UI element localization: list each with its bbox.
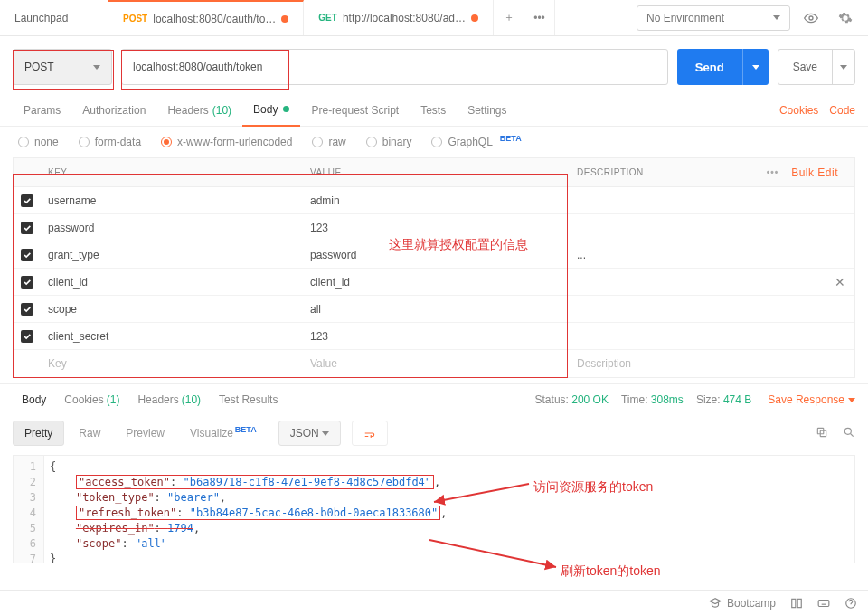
tab-headers[interactable]: Headers(10) — [156, 94, 242, 127]
chevron-down-icon — [322, 431, 329, 436]
response-tab-testresults[interactable]: Test Results — [210, 393, 287, 406]
response-tab-cookies[interactable]: Cookies(1) — [55, 393, 128, 406]
method-select[interactable]: POST — [13, 49, 112, 85]
arrow-icon — [425, 535, 561, 572]
col-value: VALUE — [303, 167, 570, 177]
time-meta: Time: 308ms — [621, 393, 684, 406]
radio-graphql[interactable]: GraphQLBETA — [431, 136, 521, 148]
cell-value[interactable]: client_id — [303, 276, 570, 289]
view-preview[interactable]: Preview — [115, 421, 175, 446]
table-row[interactable]: scopeall — [14, 296, 854, 323]
radio-icon — [161, 137, 172, 147]
checkbox[interactable] — [21, 249, 33, 261]
add-tab-button[interactable]: ＋ — [494, 0, 524, 35]
table-head: KEY VALUE DESCRIPTION ••• Bulk Edit — [14, 158, 854, 187]
bulk-edit-link[interactable]: Bulk Edit — [791, 166, 838, 179]
cookies-link[interactable]: Cookies — [779, 104, 818, 117]
response-tab-headers[interactable]: Headers(10) — [128, 393, 210, 406]
cell-key[interactable]: grant_type — [41, 249, 303, 261]
cell-value[interactable]: Value — [303, 357, 570, 370]
environment-preview-button[interactable] — [797, 5, 825, 31]
panels-button[interactable] — [790, 597, 803, 610]
chevron-down-icon — [773, 15, 780, 20]
wrap-icon — [363, 427, 376, 440]
radio-icon — [18, 137, 29, 147]
tab-label: http://localhost:8080/ad… — [343, 12, 466, 24]
tab-request-2[interactable]: GET http://localhost:8080/ad… — [304, 0, 494, 35]
tab-authorization[interactable]: Authorization — [71, 94, 156, 127]
cell-key[interactable]: client_id — [41, 276, 303, 289]
table-row[interactable]: client_idclient_id✕ — [14, 269, 854, 296]
table-row[interactable]: usernameadmin — [14, 187, 854, 214]
cell-value[interactable]: all — [303, 303, 570, 316]
save-response-button[interactable]: Save Response — [768, 393, 855, 406]
chevron-down-icon — [752, 65, 760, 70]
tab-body[interactable]: Body — [242, 94, 300, 127]
radio-none[interactable]: none — [18, 136, 59, 148]
code-link[interactable]: Code — [829, 104, 855, 117]
wrap-lines-button[interactable] — [352, 421, 388, 446]
search-response-button[interactable] — [843, 426, 855, 441]
cell-description[interactable]: Description — [570, 357, 854, 370]
save-split[interactable] — [832, 50, 854, 84]
save-button[interactable]: Save — [778, 49, 855, 85]
size-meta: Size: 474 B — [696, 393, 751, 406]
tab-params[interactable]: Params — [13, 94, 71, 127]
cell-key[interactable]: Key — [41, 357, 303, 370]
tab-settings[interactable]: Settings — [457, 94, 517, 127]
radio-binary[interactable]: binary — [366, 136, 412, 148]
format-select[interactable]: JSON — [278, 421, 341, 446]
help-button[interactable] — [844, 597, 857, 610]
copy-response-button[interactable] — [816, 426, 828, 441]
tab-overflow-button[interactable]: ••• — [524, 0, 555, 35]
table-row[interactable]: client_secret123 — [14, 323, 854, 350]
cell-value[interactable]: admin — [303, 194, 570, 207]
response-tab-body[interactable]: Body — [13, 393, 55, 406]
table-row-new[interactable]: KeyValueDescription — [14, 350, 854, 377]
send-split[interactable] — [742, 49, 769, 85]
tab-tests[interactable]: Tests — [410, 94, 457, 127]
cell-key[interactable]: scope — [41, 303, 303, 316]
modified-dot-icon — [283, 106, 289, 112]
checkbox[interactable] — [21, 194, 33, 207]
chevron-down-icon — [93, 65, 100, 70]
checkbox[interactable] — [21, 222, 33, 234]
graduation-icon — [709, 597, 722, 610]
environment-label: No Environment — [646, 12, 724, 24]
bootcamp-button[interactable]: Bootcamp — [709, 597, 776, 610]
radio-icon — [312, 137, 323, 147]
radio-raw[interactable]: raw — [312, 136, 345, 148]
columns-menu-button[interactable]: ••• — [767, 167, 779, 177]
tab-launchpad[interactable]: Launchpad — [0, 0, 108, 35]
tab-request-1[interactable]: POST localhost:8080/oauth/to… — [108, 0, 304, 35]
checkbox[interactable] — [21, 303, 33, 316]
url-text: localhost:8080/oauth/token — [133, 61, 262, 73]
tab-prerequest[interactable]: Pre-request Script — [300, 94, 410, 127]
send-button[interactable]: Send — [677, 49, 769, 85]
checkbox[interactable] — [21, 330, 33, 343]
shortcuts-button[interactable] — [817, 597, 830, 610]
help-icon — [844, 597, 857, 610]
view-pretty[interactable]: Pretty — [13, 421, 64, 446]
cell-value[interactable]: 123 — [303, 330, 570, 343]
radio-icon — [79, 137, 90, 147]
radio-urlencoded[interactable]: x-www-form-urlencoded — [161, 136, 292, 148]
cell-value[interactable]: 123 — [303, 222, 570, 234]
cell-description[interactable]: ... — [570, 249, 854, 261]
view-visualize[interactable]: VisualizeBETA — [179, 421, 268, 446]
radio-formdata[interactable]: form-data — [79, 136, 141, 148]
cell-key[interactable]: password — [41, 222, 303, 234]
gear-icon — [838, 11, 853, 25]
keyboard-icon — [817, 597, 830, 610]
cell-key[interactable]: username — [41, 194, 303, 207]
delete-row-button[interactable]: ✕ — [835, 275, 845, 289]
settings-button[interactable] — [832, 5, 859, 31]
col-description: DESCRIPTION ••• Bulk Edit — [570, 166, 854, 179]
checkbox[interactable] — [21, 276, 33, 289]
cell-key[interactable]: client_secret — [41, 330, 303, 343]
environment-select[interactable]: No Environment — [637, 5, 790, 31]
url-input[interactable]: localhost:8080/oauth/token — [121, 49, 668, 85]
view-raw[interactable]: Raw — [68, 421, 111, 446]
line-gutter: 1234567 — [14, 456, 44, 563]
col-key: KEY — [41, 167, 303, 177]
